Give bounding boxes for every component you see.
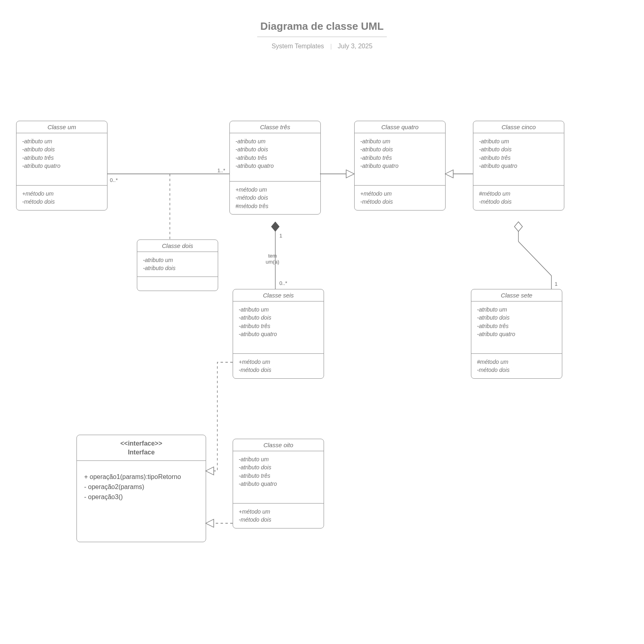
arrowhead-triangle-icon	[206, 467, 214, 475]
multiplicity-label: 1	[555, 281, 557, 287]
class-title: Classe oito	[233, 439, 324, 451]
class-box-classe-um[interactable]: Classe um -atributo um -atributo dois -a…	[16, 121, 107, 211]
diagram-subtitle: System Templates July 3, 2025	[0, 43, 644, 50]
diamond-filled-icon	[271, 222, 279, 231]
class-box-classe-quatro[interactable]: Classe quatro -atributo um -atributo doi…	[354, 121, 446, 211]
arrowhead-triangle-icon	[346, 170, 354, 178]
class-title: Classe quatro	[355, 121, 445, 133]
class-box-classe-dois[interactable]: Classe dois -atributo um -atributo dois	[137, 239, 218, 291]
arrowhead-triangle-icon	[206, 519, 214, 527]
class-methods	[137, 277, 218, 291]
class-attributes: -atributo um -atributo dois -atributo tr…	[233, 451, 324, 504]
class-attributes: -atributo um -atributo dois -atributo tr…	[355, 133, 445, 186]
class-attributes: -atributo um -atributo dois -atributo tr…	[17, 133, 107, 186]
connector-aggregation	[518, 242, 551, 276]
class-box-classe-sete[interactable]: Classe sete -atributo um -atributo dois …	[471, 289, 562, 379]
class-attributes: -atributo um -atributo dois -atributo tr…	[233, 301, 324, 354]
class-attributes: -atributo um -atributo dois -atributo tr…	[471, 301, 562, 354]
interface-operations: + operação1(params):tipoRetorno - operaç…	[77, 461, 206, 541]
class-box-classe-cinco[interactable]: Classe cinco -atributo um -atributo dois…	[473, 121, 564, 211]
diagram-title: Diagrama de classe UML	[257, 20, 387, 37]
multiplicity-label: 1	[279, 233, 282, 239]
class-methods: +método um -método dois #método três	[230, 182, 320, 214]
multiplicity-label: 0..*	[110, 177, 118, 183]
connector-realization	[213, 362, 233, 471]
class-methods: #método um -método dois	[471, 354, 562, 378]
diagram-canvas: Diagrama de classe UML System Templates …	[0, 0, 644, 644]
arrowhead-triangle-icon	[445, 170, 453, 178]
multiplicity-label: 1..*	[217, 167, 225, 173]
title-block: Diagrama de classe UML System Templates …	[0, 20, 644, 50]
class-methods: +método um -método dois	[355, 186, 445, 210]
class-title: Classe sete	[471, 289, 562, 301]
date-label: July 3, 2025	[338, 43, 372, 50]
class-methods: +método um -método dois	[233, 504, 324, 528]
class-title: Classe seis	[233, 289, 324, 301]
interface-title: <<interface>> Interface	[77, 435, 206, 461]
class-attributes: -atributo um -atributo dois	[137, 252, 218, 277]
class-attributes: -atributo um -atributo dois -atributo tr…	[473, 133, 564, 186]
class-methods: +método um -método dois	[17, 186, 107, 210]
separator-icon	[331, 44, 331, 50]
class-methods: #método um -método dois	[473, 186, 564, 210]
class-title: Classe um	[17, 121, 107, 133]
class-methods: +método um -método dois	[233, 354, 324, 378]
class-box-classe-tres[interactable]: Classe três -atributo um -atributo dois …	[229, 121, 321, 215]
class-attributes: -atributo um -atributo dois -atributo tr…	[230, 133, 320, 182]
multiplicity-label: 0..*	[279, 280, 287, 286]
class-box-interface[interactable]: <<interface>> Interface + operação1(para…	[76, 435, 206, 542]
class-title: Classe dois	[137, 240, 218, 252]
diamond-hollow-icon	[514, 222, 522, 231]
class-title: Classe cinco	[473, 121, 564, 133]
class-title: Classe três	[230, 121, 320, 133]
association-name-label: tem um(a)	[266, 253, 279, 265]
class-box-classe-seis[interactable]: Classe seis -atributo um -atributo dois …	[233, 289, 324, 379]
class-box-classe-oito[interactable]: Classe oito -atributo um -atributo dois …	[233, 439, 324, 528]
author-label: System Templates	[272, 43, 324, 50]
